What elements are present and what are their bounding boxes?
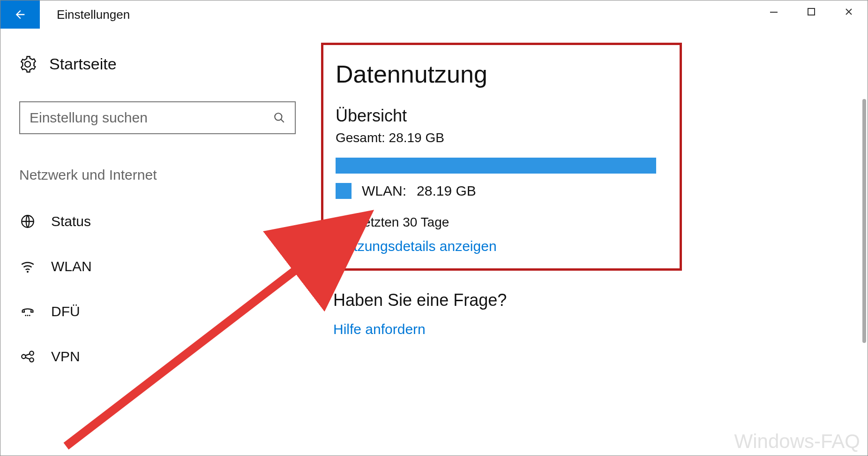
legend-swatch — [336, 183, 352, 199]
scrollbar-thumb[interactable] — [862, 99, 866, 343]
sidebar-item-label: WLAN — [51, 258, 92, 274]
home-label: Startseite — [49, 55, 117, 73]
sidebar-item-dialup[interactable]: DFÜ — [19, 289, 300, 334]
legend-label: WLAN: — [362, 183, 406, 199]
maximize-icon — [807, 8, 816, 16]
close-icon — [845, 8, 853, 16]
sidebar-item-status[interactable]: Status — [19, 199, 300, 244]
maximize-button[interactable] — [793, 0, 830, 23]
main-content: Datennutzung Übersicht Gesamt: 28.19 GB … — [319, 29, 868, 456]
help-heading: Haben Sie eine Frage? — [333, 290, 868, 310]
window-title: Einstellungen — [57, 8, 130, 22]
svg-line-3 — [281, 119, 284, 122]
close-button[interactable] — [830, 0, 868, 23]
svg-point-2 — [275, 113, 282, 120]
usage-bar — [336, 158, 656, 174]
minimize-icon — [769, 7, 778, 16]
vpn-icon — [19, 349, 36, 365]
settings-window: Einstellungen Startseite — [0, 0, 868, 456]
svg-point-9 — [22, 355, 26, 359]
svg-point-5 — [27, 271, 29, 273]
dialup-icon — [19, 304, 36, 319]
sidebar: Startseite Netzwerk und Internet Status … — [0, 29, 319, 456]
overview-heading: Übersicht — [336, 106, 667, 126]
svg-point-6 — [25, 315, 26, 316]
wifi-icon — [19, 258, 36, 274]
back-arrow-icon — [14, 8, 27, 21]
titlebar: Einstellungen — [0, 0, 868, 29]
home-link[interactable]: Startseite — [19, 55, 300, 73]
minimize-button[interactable] — [755, 0, 793, 23]
total-usage: Gesamt: 28.19 GB — [336, 130, 667, 145]
section-heading: Netzwerk und Internet — [19, 167, 300, 183]
svg-rect-0 — [770, 12, 778, 13]
svg-point-10 — [30, 351, 34, 356]
sidebar-item-vpn[interactable]: VPN — [19, 334, 300, 379]
search-icon — [273, 112, 285, 124]
svg-point-7 — [27, 315, 29, 316]
help-link[interactable]: Hilfe anfordern — [333, 321, 868, 337]
window-controls — [755, 0, 868, 23]
svg-point-8 — [29, 315, 30, 316]
svg-rect-1 — [808, 8, 815, 15]
highlight-annotation: Datennutzung Übersicht Gesamt: 28.19 GB … — [321, 43, 682, 271]
legend-value: 28.19 GB — [417, 183, 476, 199]
sidebar-item-label: VPN — [51, 349, 80, 365]
watermark: Windows-FAQ — [734, 430, 860, 453]
search-input[interactable] — [30, 110, 273, 126]
period-text: Der letzten 30 Tage — [336, 215, 667, 230]
page-title: Datennutzung — [336, 60, 667, 88]
globe-icon — [19, 213, 36, 229]
legend-row: WLAN: 28.19 GB — [336, 183, 667, 199]
back-button[interactable] — [0, 0, 40, 29]
search-box[interactable] — [19, 101, 296, 134]
usage-details-link[interactable]: Nutzungsdetails anzeigen — [336, 238, 667, 254]
svg-point-11 — [30, 358, 34, 362]
help-section: Haben Sie eine Frage? Hilfe anfordern — [333, 290, 868, 337]
sidebar-item-label: Status — [51, 213, 91, 229]
gear-icon — [19, 56, 36, 73]
sidebar-item-wlan[interactable]: WLAN — [19, 244, 300, 289]
sidebar-item-label: DFÜ — [51, 304, 80, 319]
